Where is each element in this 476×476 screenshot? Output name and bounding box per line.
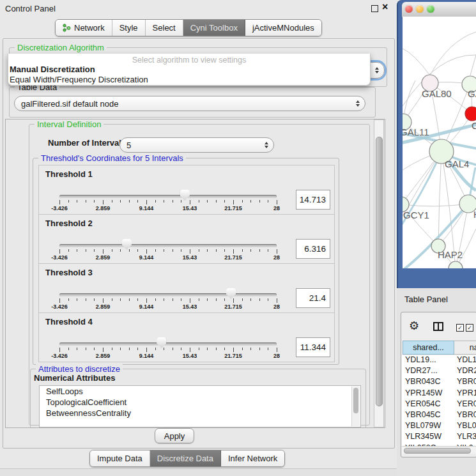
cell-name: YER0	[457, 399, 476, 408]
column-header-shared-name[interactable]: shared...	[403, 341, 454, 355]
numerical-attributes-list[interactable]: SelfLoopsTopologicalCoefficientBetweenne…	[39, 385, 361, 427]
tab-jactivemnodules[interactable]: jActiveMNodules	[245, 20, 321, 36]
table-row[interactable]: YBL079WYBL0	[402, 421, 476, 432]
major-tick	[146, 249, 147, 254]
table-data-combobox[interactable]: galFiltered.sif default node	[14, 96, 365, 111]
panel-scrollbar-thumb[interactable]	[376, 137, 383, 406]
network-edge[interactable]	[438, 151, 441, 246]
network-node-c[interactable]	[465, 107, 476, 121]
minor-tick	[250, 249, 251, 252]
split-columns-icon[interactable]	[433, 322, 443, 331]
dropdown-option-equal-width-frequency-discretization[interactable]: Equal Width/Frequency Discretization	[10, 75, 148, 85]
major-tick	[103, 249, 104, 254]
table-row[interactable]: YBR045CYBR0	[402, 410, 476, 421]
list-scrollbar-thumb[interactable]	[353, 388, 358, 413]
threshold-value-field[interactable]: 6.316	[296, 239, 330, 259]
tick-label: 15.43	[171, 303, 209, 310]
column-header-name[interactable]: name	[454, 341, 476, 355]
close-icon[interactable]: ×	[382, 1, 388, 13]
threshold-value-field[interactable]: 11.344	[296, 337, 330, 357]
node-label: HAP2	[438, 249, 463, 260]
minor-tick	[77, 348, 77, 350]
attribute-item-betweennesscentrality[interactable]: BetweennessCentrality	[40, 408, 360, 418]
minor-tick	[137, 200, 138, 203]
tab-style[interactable]: Style	[112, 20, 146, 36]
slider-track[interactable]	[59, 195, 277, 198]
minor-tick	[86, 348, 86, 350]
table-panel-title: Table Panel	[404, 295, 448, 304]
checkbox-icon[interactable]: ✓	[466, 324, 473, 332]
table-row[interactable]: YER054CYER0	[402, 399, 476, 410]
tab-label: Network	[74, 20, 105, 36]
slider-thumb[interactable]	[157, 337, 166, 348]
tab-discretize-data[interactable]: Discretize Data	[150, 450, 221, 466]
tick-label: 15.43	[171, 353, 209, 359]
tab-label: jActiveMNodules	[252, 20, 314, 36]
threshold-label: Threshold 2	[45, 219, 93, 228]
minor-tick	[216, 348, 217, 350]
minimize-traffic-light-icon[interactable]	[416, 5, 424, 13]
close-traffic-light-icon[interactable]	[405, 5, 413, 13]
minor-tick	[224, 200, 225, 203]
minor-tick	[68, 249, 69, 252]
table-row[interactable]: YBR043CYBR0	[402, 377, 476, 388]
slider-track[interactable]	[59, 342, 277, 346]
checkbox-icon[interactable]: ✓	[456, 324, 464, 332]
minor-tick	[155, 200, 156, 203]
tick-label: 21.715	[214, 205, 252, 211]
table-row[interactable]: YPR145WYPR1	[402, 388, 476, 399]
tab-cyni-toolbox[interactable]: Cyni Toolbox	[183, 20, 245, 36]
minor-tick	[268, 298, 268, 301]
network-edge[interactable]	[403, 49, 430, 75]
table-row[interactable]: YDL19...YDL1	[402, 355, 476, 366]
network-edge[interactable]	[430, 32, 476, 75]
major-tick	[190, 249, 190, 254]
network-edge[interactable]	[470, 49, 476, 75]
panel-scrollbar[interactable]	[374, 119, 384, 427]
tab-impute-data[interactable]: Impute Data	[90, 450, 150, 466]
num-intervals-combobox[interactable]: 5	[119, 137, 274, 153]
zoom-traffic-light-icon[interactable]	[427, 5, 434, 13]
threshold-panel-threshold-4: Threshold 4-3.4262.8599.14415.4321.71528…	[39, 313, 334, 362]
attribute-item-topologicalcoefficient[interactable]: TopologicalCoefficient	[40, 397, 360, 408]
slider-track[interactable]	[59, 244, 277, 247]
slider-thumb[interactable]	[122, 239, 132, 250]
tab-label: Impute Data	[97, 450, 142, 466]
network-window-titlebar[interactable]	[402, 2, 476, 17]
minor-tick	[268, 348, 268, 350]
tab-select[interactable]: Select	[146, 20, 183, 36]
slider-thumb[interactable]	[226, 288, 236, 299]
num-intervals-value: 5	[127, 141, 131, 150]
tick-label: 28	[257, 254, 296, 261]
tick-label: 9.144	[127, 205, 165, 211]
slider-track[interactable]	[59, 293, 277, 296]
apply-button[interactable]: Apply	[155, 428, 194, 443]
slider-thumb[interactable]	[180, 190, 190, 201]
minor-tick	[259, 348, 260, 350]
list-scrollbar[interactable]	[351, 387, 360, 426]
thresholds-list: Threshold 1-3.4262.8599.14415.4321.71528…	[38, 165, 335, 362]
tab-infer-network[interactable]: Infer Network	[221, 450, 284, 466]
minor-tick	[181, 249, 181, 252]
minor-tick	[216, 200, 217, 203]
table-hscrollbar-thumb[interactable]	[404, 448, 471, 454]
dropdown-option-manual-discretization[interactable]: Manual Discretization	[10, 65, 95, 75]
gear-icon[interactable]: ⚙	[409, 320, 419, 332]
minor-tick	[120, 298, 121, 301]
major-tick	[59, 249, 60, 254]
minor-tick	[242, 249, 243, 252]
tab-network[interactable]: Network	[56, 20, 112, 36]
table-row[interactable]: YLR345WYLR3	[402, 432, 476, 443]
attribute-item-selfloops[interactable]: SelfLoops	[40, 386, 360, 397]
node-label: GAL4	[445, 158, 469, 169]
minor-tick	[199, 249, 199, 252]
table-row[interactable]: YDR27...YDR2	[402, 366, 476, 377]
threshold-value-field[interactable]: 14.713	[296, 190, 330, 210]
node-table-rows: YDL19...YDL1YDR27...YDR2YBR043CYBR0YPR14…	[402, 355, 476, 446]
network-canvas[interactable]: GAL80GACGAL11GAL4GCY1HAHAP2	[403, 17, 476, 268]
cell-name: YDL1	[457, 355, 476, 364]
table-hscrollbar[interactable]	[402, 446, 476, 454]
minor-tick	[250, 298, 251, 301]
float-icon[interactable]	[371, 5, 378, 12]
threshold-value-field[interactable]: 21.4	[296, 288, 330, 308]
